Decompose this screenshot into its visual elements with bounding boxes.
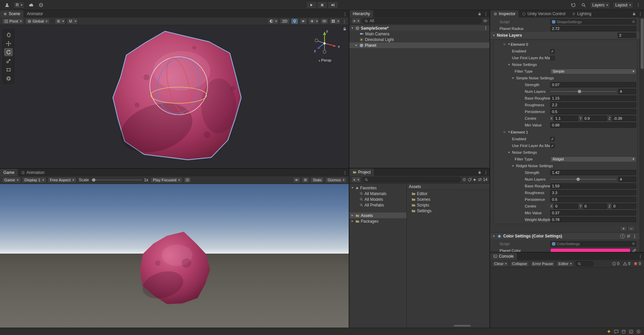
perspective-toggle[interactable]: Persp (304, 58, 345, 62)
roughness-field[interactable]: 3.3 (550, 190, 636, 195)
vsync-grid-button[interactable] (302, 177, 309, 183)
persistence-field[interactable]: 0.5 (550, 197, 636, 202)
scene-root-row[interactable]: SampleScene* (349, 25, 489, 31)
favorite-all-materials[interactable]: All Materials (349, 191, 406, 196)
saved-search-icon[interactable] (473, 177, 476, 182)
pivot-dropdown[interactable]: Pivot (2, 18, 24, 24)
activity-indicator-icon[interactable] (636, 329, 641, 334)
create-asset-dropdown[interactable]: + (351, 177, 361, 183)
weight-multiplier-field[interactable]: 0.78 (550, 217, 636, 222)
min-value-field[interactable]: 0.37 (550, 210, 636, 216)
stats-toggle[interactable]: Stats (310, 177, 324, 183)
lock-icon[interactable] (478, 12, 481, 16)
search-by-type-icon[interactable] (462, 178, 466, 182)
scale-slider[interactable] (91, 178, 142, 182)
foldout-icon[interactable] (492, 235, 496, 238)
add-element-button[interactable] (620, 226, 627, 231)
project-search-input[interactable] (362, 177, 461, 182)
num-layers-field[interactable]: 4 (618, 177, 636, 182)
folder-scripts[interactable]: Scripts (407, 202, 489, 208)
hierarchy-search-input[interactable]: All (362, 18, 482, 24)
hierarchy-item-planet[interactable]: Planet (349, 42, 489, 48)
strength-field[interactable]: 1.42 (550, 170, 636, 175)
centre-x-field[interactable]: 1.1 (554, 116, 578, 121)
code-coverage-icon[interactable] (629, 330, 633, 334)
kebab-icon[interactable] (483, 170, 488, 175)
game-viewport[interactable] (0, 184, 349, 328)
step-button[interactable] (328, 1, 338, 9)
array-size-field[interactable]: 2 (617, 33, 636, 38)
cache-server-icon[interactable] (621, 330, 626, 334)
grid-snap-dropdown[interactable] (55, 18, 66, 24)
kebab-icon[interactable] (483, 11, 488, 16)
kebab-icon[interactable] (638, 11, 643, 16)
foldout-icon[interactable] (355, 44, 358, 47)
lighting-toggle[interactable] (291, 18, 298, 24)
noise-settings-foldout[interactable]: Noise Settings (494, 150, 636, 154)
hidden-packages-counter[interactable]: 14 (478, 177, 487, 182)
drag-handle-icon[interactable] (503, 130, 507, 135)
notification-bell-icon[interactable] (607, 329, 611, 334)
shape-script-field[interactable]: ShapeSettings (550, 19, 636, 25)
effects-dropdown[interactable] (308, 18, 319, 24)
kebab-icon[interactable] (342, 19, 347, 24)
foldout-icon[interactable] (507, 131, 511, 134)
draw-mode-dropdown[interactable] (268, 18, 279, 24)
centre-z-field[interactable]: 0 (612, 203, 636, 209)
transform-tool[interactable] (4, 74, 13, 82)
tab-animator[interactable]: Animator (24, 10, 46, 17)
enabled-checkbox[interactable] (550, 137, 555, 141)
favorites-row[interactable]: Favorites (349, 185, 406, 191)
search-by-label-icon[interactable] (468, 178, 472, 182)
ridgid-noise-settings-foldout[interactable]: Ridgid Noise Settings (494, 164, 636, 168)
cloud-icon[interactable] (27, 2, 35, 8)
play-focused-dropdown[interactable]: Play Focused (151, 177, 182, 183)
use-first-layer-checkbox[interactable] (550, 56, 555, 60)
foldout-icon[interactable] (351, 214, 354, 217)
services-icon[interactable] (37, 2, 45, 8)
message-icon[interactable] (614, 330, 618, 334)
hierarchy-item-main-camera[interactable]: Main Camera (349, 31, 489, 37)
inspector-scrollbar[interactable] (640, 17, 644, 252)
account-avatar-icon[interactable] (3, 2, 11, 8)
snap-dropdown[interactable] (67, 18, 78, 24)
scene-visibility-toggle[interactable] (320, 18, 328, 24)
element-0-header[interactable]: Element 0 (494, 41, 637, 48)
tab-project[interactable]: Project (349, 169, 374, 176)
base-roughness-field[interactable]: 1.15 (550, 96, 636, 101)
eyedropper-icon[interactable] (632, 249, 636, 252)
centre-x-field[interactable]: 0 (554, 203, 578, 209)
num-layers-slider[interactable] (550, 177, 616, 182)
info-count-badge[interactable]: 0 (611, 261, 620, 266)
console-search-input[interactable] (575, 261, 594, 266)
lock-icon[interactable] (478, 170, 481, 174)
account-dropdown[interactable]: R (13, 2, 25, 8)
planet-color-swatch[interactable] (550, 248, 631, 252)
favorite-all-models[interactable]: All Models (349, 196, 406, 202)
collapse-toggle[interactable]: Collapse (510, 261, 529, 267)
clear-button[interactable]: Clear (492, 261, 509, 267)
centre-z-field[interactable]: -0.39 (612, 116, 636, 121)
2d-toggle[interactable]: 2D (280, 18, 290, 24)
simple-noise-settings-foldout[interactable]: Simple Noise Settings (494, 76, 636, 80)
rotate-tool[interactable] (4, 48, 13, 56)
assets-root-row[interactable]: Assets (349, 213, 406, 218)
min-value-field[interactable]: 0.98 (550, 122, 636, 128)
kebab-icon[interactable] (343, 170, 347, 175)
undo-history-icon[interactable] (570, 2, 577, 8)
layers-dropdown[interactable]: Layers (590, 2, 610, 8)
move-tool[interactable] (4, 39, 13, 47)
mute-audio-button[interactable] (293, 177, 300, 183)
base-roughness-field[interactable]: 1.59 (550, 183, 636, 189)
aspect-dropdown[interactable]: Free Aspect (48, 177, 77, 183)
pause-button[interactable] (317, 1, 328, 9)
packages-root-row[interactable]: Packages (349, 218, 406, 224)
favorite-all-prefabs[interactable]: All Prefabs (349, 202, 406, 208)
remove-element-button[interactable] (628, 226, 635, 231)
centre-y-field[interactable]: 0 (583, 203, 607, 209)
tab-scene[interactable]: Scene (0, 10, 24, 17)
element-1-header[interactable]: Element 1 (494, 128, 637, 136)
folder-editor[interactable]: Editor (407, 191, 489, 196)
editor-dropdown[interactable]: Editor (556, 261, 574, 267)
error-pause-toggle[interactable]: Error Pause (530, 261, 555, 267)
